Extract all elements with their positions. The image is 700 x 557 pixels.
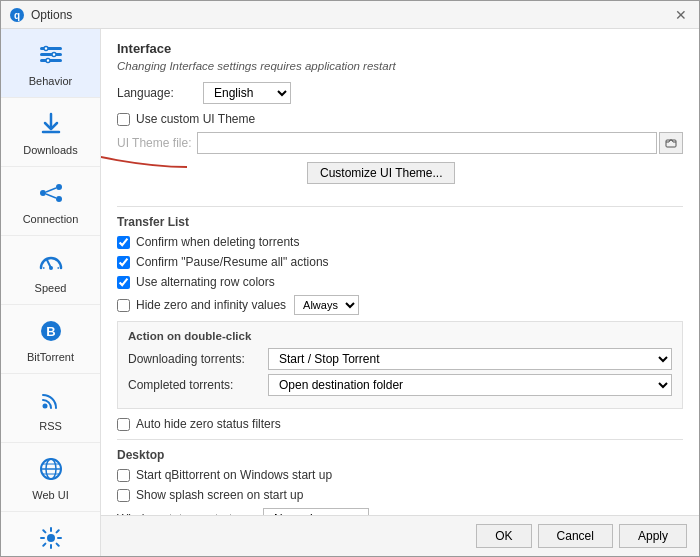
confirm-pause-label: Confirm "Pause/Resume all" actions [136, 255, 329, 269]
sidebar: Behavior Downloads [1, 29, 101, 556]
sidebar-behavior-label: Behavior [29, 75, 72, 87]
window-title: Options [31, 8, 72, 22]
svg-rect-4 [40, 59, 62, 62]
hide-zero-select[interactable]: Always Never [294, 295, 359, 315]
rss-icon [35, 384, 67, 416]
connection-icon [35, 177, 67, 209]
language-label: Language: [117, 86, 197, 100]
start-qb-label: Start qBittorrent on Windows start up [136, 468, 332, 482]
action-double-click-title: Action on double-click [128, 330, 672, 342]
confirm-delete-label: Confirm when deleting torrents [136, 235, 299, 249]
theme-file-browse-button[interactable] [659, 132, 683, 154]
desktop-title: Desktop [117, 448, 683, 462]
alt-row-colors-checkbox[interactable] [117, 276, 130, 289]
cancel-button[interactable]: Cancel [538, 524, 613, 548]
window-state-row: Window state on start up: Normal Minimiz… [117, 508, 683, 515]
svg-text:B: B [46, 324, 55, 339]
custom-theme-label: Use custom UI Theme [136, 112, 255, 126]
completed-select[interactable]: Open destination folder Start / Stop Tor… [268, 374, 672, 396]
svg-point-25 [47, 534, 55, 542]
content-area: Behavior Downloads [1, 29, 699, 556]
ok-button[interactable]: OK [476, 524, 531, 548]
sidebar-item-advanced[interactable]: Advanced [1, 512, 100, 556]
divider-2 [117, 439, 683, 440]
sidebar-speed-label: Speed [35, 282, 67, 294]
sidebar-webui-label: Web UI [32, 489, 68, 501]
show-splash-row: Show splash screen on start up [117, 488, 683, 502]
section-title: Interface [117, 41, 683, 56]
section-subtitle: Changing Interface settings requires app… [117, 60, 683, 72]
custom-theme-checkbox[interactable] [117, 113, 130, 126]
show-splash-checkbox[interactable] [117, 489, 130, 502]
svg-point-19 [42, 404, 47, 409]
apply-button[interactable]: Apply [619, 524, 687, 548]
svg-point-9 [56, 184, 62, 190]
close-button[interactable]: ✕ [671, 5, 691, 25]
sidebar-rss-label: RSS [39, 420, 62, 432]
sidebar-item-behavior[interactable]: Behavior [1, 29, 100, 98]
svg-rect-26 [666, 140, 676, 147]
speed-icon [35, 246, 67, 278]
confirm-delete-row: Confirm when deleting torrents [117, 235, 683, 249]
sidebar-bittorrent-label: BitTorrent [27, 351, 74, 363]
alt-row-colors-label: Use alternating row colors [136, 275, 275, 289]
auto-hide-label: Auto hide zero status filters [136, 417, 281, 431]
sidebar-item-webui[interactable]: Web UI [1, 443, 100, 512]
theme-file-row: UI Theme file: [117, 132, 683, 154]
window-state-select[interactable]: Normal Minimized Maximized [263, 508, 369, 515]
behavior-icon [35, 39, 67, 71]
customize-row: Customize UI Theme... [117, 162, 683, 196]
options-window: q Options ✕ Behavior [0, 0, 700, 557]
app-icon: q [9, 7, 25, 23]
sidebar-item-rss[interactable]: RSS [1, 374, 100, 443]
customize-ui-theme-button[interactable]: Customize UI Theme... [307, 162, 455, 184]
action-double-click-section: Action on double-click Downloading torre… [117, 321, 683, 409]
theme-file-label: UI Theme file: [117, 136, 191, 150]
confirm-delete-checkbox[interactable] [117, 236, 130, 249]
svg-point-7 [46, 59, 50, 63]
main-content: Interface Changing Interface settings re… [101, 29, 699, 515]
svg-text:q: q [14, 10, 20, 21]
svg-rect-3 [40, 53, 62, 56]
show-splash-label: Show splash screen on start up [136, 488, 303, 502]
svg-line-11 [46, 188, 56, 192]
auto-hide-row: Auto hide zero status filters [117, 417, 683, 431]
completed-row: Completed torrents: Open destination fol… [128, 374, 672, 396]
sidebar-item-downloads[interactable]: Downloads [1, 98, 100, 167]
svg-point-5 [44, 47, 48, 51]
downloading-row: Downloading torrents: Start / Stop Torre… [128, 348, 672, 370]
start-qb-row: Start qBittorrent on Windows start up [117, 468, 683, 482]
start-qb-checkbox[interactable] [117, 469, 130, 482]
language-row: Language: English [117, 82, 683, 104]
svg-line-12 [46, 194, 56, 198]
webui-icon [35, 453, 67, 485]
auto-hide-checkbox[interactable] [117, 418, 130, 431]
alt-row-colors-row: Use alternating row colors [117, 275, 683, 289]
main-panel-wrapper: Interface Changing Interface settings re… [101, 29, 699, 556]
custom-theme-row: Use custom UI Theme [117, 112, 683, 126]
sidebar-connection-label: Connection [23, 213, 79, 225]
theme-file-input[interactable] [197, 132, 657, 154]
svg-point-6 [52, 53, 56, 57]
sidebar-downloads-label: Downloads [23, 144, 77, 156]
sidebar-item-connection[interactable]: Connection [1, 167, 100, 236]
svg-point-8 [40, 190, 46, 196]
sidebar-item-bittorrent[interactable]: B BitTorrent [1, 305, 100, 374]
completed-label: Completed torrents: [128, 378, 268, 392]
bittorrent-icon: B [35, 315, 67, 347]
svg-point-14 [49, 266, 53, 270]
hide-zero-row: Hide zero and infinity values Always Nev… [117, 295, 683, 315]
downloading-label: Downloading torrents: [128, 352, 268, 366]
transfer-list-title: Transfer List [117, 215, 683, 229]
svg-point-10 [56, 196, 62, 202]
divider-1 [117, 206, 683, 207]
language-select[interactable]: English [203, 82, 291, 104]
hide-zero-checkbox[interactable] [117, 299, 130, 312]
title-bar: q Options ✕ [1, 1, 699, 29]
confirm-pause-checkbox[interactable] [117, 256, 130, 269]
confirm-pause-row: Confirm "Pause/Resume all" actions [117, 255, 683, 269]
hide-zero-label: Hide zero and infinity values [136, 298, 286, 312]
sidebar-item-speed[interactable]: Speed [1, 236, 100, 305]
footer: OK Cancel Apply [101, 515, 699, 556]
downloading-select[interactable]: Start / Stop Torrent Open destination fo… [268, 348, 672, 370]
